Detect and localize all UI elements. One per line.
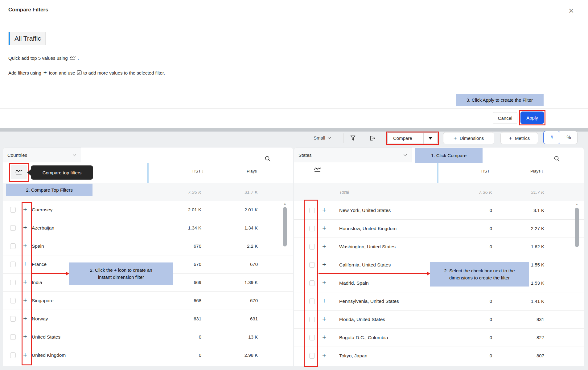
- compare-top-filters-button[interactable]: [11, 165, 27, 179]
- row-checkbox[interactable]: [309, 280, 315, 286]
- row-checkbox[interactable]: [309, 244, 315, 250]
- row-hst-value: 670: [194, 255, 201, 273]
- row-dimension-name[interactable]: Spain: [32, 237, 44, 255]
- compare-button[interactable]: Compare: [387, 132, 438, 144]
- row-checkbox[interactable]: [309, 208, 315, 213]
- row-dimension-name[interactable]: Pennsylvania, United States: [339, 292, 399, 310]
- row-hst-value: 0: [199, 328, 201, 346]
- row-checkbox[interactable]: [309, 262, 315, 268]
- row-checkbox[interactable]: [10, 334, 16, 340]
- add-filter-plus-icon[interactable]: +: [322, 206, 326, 214]
- add-filter-plus-icon[interactable]: +: [322, 279, 326, 287]
- checkbox-check-icon: [77, 70, 82, 75]
- row-dimension-name[interactable]: France: [32, 255, 47, 273]
- scroll-up-icon[interactable]: ▲: [575, 202, 579, 206]
- compare-filters-screen: Compare Filters ✕ All Traffic Quick add …: [0, 0, 588, 370]
- row-checkbox[interactable]: [10, 280, 16, 285]
- add-filter-plus-icon[interactable]: +: [23, 333, 27, 341]
- countries-dimension-dropdown[interactable]: Countries: [3, 148, 81, 162]
- row-plays-value: 2.27 K: [531, 220, 544, 238]
- row-dimension-name[interactable]: New York, United States: [339, 201, 391, 219]
- compare-top-filters-button[interactable]: [314, 166, 322, 173]
- annotation-step2-plus-icon: 2. Click the + icon to create an instant…: [69, 262, 173, 285]
- row-plays-value: 1.34 K: [245, 219, 258, 237]
- row-dimension-name[interactable]: Guernsey: [32, 201, 52, 219]
- row-checkbox[interactable]: [10, 352, 16, 358]
- row-dimension-name[interactable]: Hounslow, United Kingdom: [339, 220, 397, 238]
- percent-mode-button[interactable]: %: [560, 131, 577, 144]
- column-header-plays[interactable]: Plays↓: [530, 169, 543, 173]
- row-hst-value: 0: [490, 329, 492, 347]
- scrollbar-thumb[interactable]: [575, 208, 579, 247]
- export-icon[interactable]: [369, 135, 376, 142]
- cancel-button[interactable]: Cancel: [493, 112, 517, 124]
- section-divider: [7, 51, 581, 51]
- scrollbar-thumb[interactable]: [283, 207, 287, 246]
- filter-funnel-icon[interactable]: [349, 135, 356, 142]
- row-checkbox[interactable]: [10, 207, 16, 213]
- row-dimension-name[interactable]: Madrid, Spain: [339, 274, 369, 292]
- tab-all-traffic[interactable]: All Traffic: [8, 32, 46, 45]
- scrollbar[interactable]: ▲: [575, 202, 579, 365]
- row-dimension-name[interactable]: California, United States: [339, 256, 391, 274]
- footer-divider: [0, 108, 588, 109]
- row-dimension-name[interactable]: Norway: [32, 310, 48, 328]
- row-checkbox[interactable]: [309, 299, 315, 304]
- row-checkbox[interactable]: [309, 317, 315, 322]
- search-icon[interactable]: [264, 155, 271, 162]
- annotation-arrowhead: [427, 271, 430, 276]
- add-filter-plus-icon[interactable]: +: [322, 333, 326, 341]
- add-filter-plus-icon[interactable]: +: [23, 260, 27, 268]
- row-checkbox[interactable]: [309, 353, 315, 359]
- row-checkbox[interactable]: [309, 335, 315, 340]
- table-row: +Singapore668670: [3, 292, 293, 310]
- column-header-hst[interactable]: HST↓: [192, 169, 204, 173]
- row-dimension-name[interactable]: Tokyo, Japan: [339, 347, 367, 365]
- add-filter-plus-icon[interactable]: +: [23, 224, 27, 232]
- row-hst-value: 0: [490, 238, 492, 256]
- add-dimensions-button[interactable]: + Dimensions: [443, 132, 494, 144]
- row-plays-value: 2.01 K: [245, 201, 258, 219]
- add-filter-plus-icon[interactable]: +: [322, 297, 326, 305]
- compare-dropdown-toggle[interactable]: [424, 137, 437, 140]
- row-checkbox[interactable]: [10, 298, 16, 303]
- row-dimension-name[interactable]: Washington, United States: [339, 238, 396, 256]
- row-checkbox[interactable]: [10, 225, 16, 231]
- add-filter-plus-icon[interactable]: +: [23, 278, 27, 286]
- row-dimension-name[interactable]: Azerbaijan: [32, 219, 54, 237]
- scroll-up-icon[interactable]: ▲: [283, 201, 287, 206]
- add-filter-plus-icon[interactable]: +: [23, 296, 27, 304]
- row-plays-value: 831: [537, 311, 544, 328]
- add-filter-plus-icon[interactable]: +: [23, 205, 27, 213]
- size-dropdown[interactable]: Small: [314, 135, 331, 140]
- row-dimension-name[interactable]: United States: [32, 328, 60, 346]
- number-mode-button[interactable]: #: [543, 131, 560, 144]
- close-icon[interactable]: ✕: [568, 7, 574, 15]
- scrollbar[interactable]: ▲: [283, 201, 287, 364]
- add-filter-plus-icon[interactable]: +: [23, 351, 27, 359]
- row-checkbox[interactable]: [309, 226, 315, 231]
- add-filter-plus-icon[interactable]: +: [322, 261, 326, 269]
- add-filter-plus-icon[interactable]: +: [322, 352, 326, 360]
- apply-button[interactable]: Apply: [520, 112, 544, 124]
- search-icon[interactable]: [553, 155, 560, 162]
- add-filter-plus-icon[interactable]: +: [23, 315, 27, 323]
- column-header-hst[interactable]: HST: [481, 169, 491, 173]
- row-dimension-name[interactable]: India: [32, 274, 42, 291]
- add-filter-plus-icon[interactable]: +: [322, 224, 326, 232]
- row-dimension-name[interactable]: United Kingdom: [32, 346, 66, 364]
- row-dimension-name[interactable]: Florida, United States: [339, 311, 385, 328]
- row-dimension-name[interactable]: Singapore: [32, 292, 54, 310]
- column-header-plays[interactable]: Plays: [247, 169, 258, 173]
- add-filter-plus-icon[interactable]: +: [322, 315, 326, 323]
- add-filter-plus-icon[interactable]: +: [322, 242, 326, 250]
- add-filter-plus-icon[interactable]: +: [23, 242, 27, 250]
- row-checkbox[interactable]: [10, 243, 16, 249]
- states-panel: States HST Plays↓ Total 7.36 K 31.7 K +N…: [294, 148, 584, 366]
- row-plays-value: 1.39 K: [245, 274, 258, 291]
- row-checkbox[interactable]: [10, 316, 16, 322]
- states-dimension-dropdown[interactable]: States: [294, 148, 412, 162]
- row-checkbox[interactable]: [10, 262, 16, 267]
- add-metrics-button[interactable]: + Metrics: [500, 132, 538, 144]
- row-dimension-name[interactable]: Bogota D.C., Colombia: [339, 329, 388, 347]
